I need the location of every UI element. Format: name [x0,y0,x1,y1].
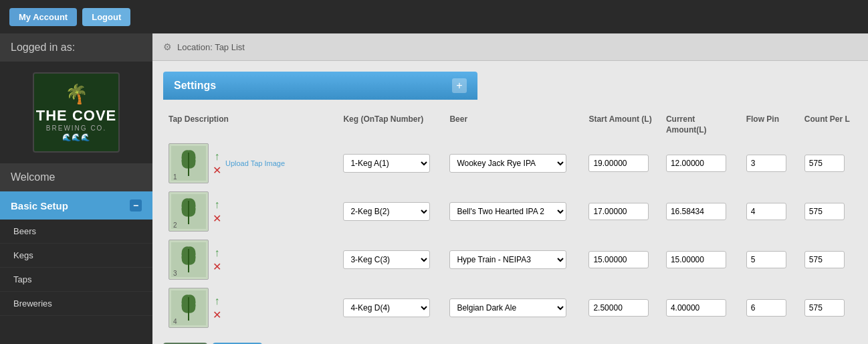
beer-select[interactable]: Bell's Two Hearted IPA 2 [449,202,566,221]
tap-description-cell: 3 ↑✕ [163,236,338,284]
breadcrumb: ⚙ Location: Tap List [152,33,868,61]
svg-text:3: 3 [173,270,177,277]
sidebar-item-beers[interactable]: Beers [0,220,152,244]
move-up-icon[interactable]: ↑ [215,295,220,307]
content-area: ⚙ Location: Tap List Settings + Tap Desc… [152,33,868,344]
keg-cell: 1-Keg A(1) [338,139,444,187]
beer-cell: Wookey Jack Rye IPA [444,139,583,187]
keg-cell: 3-Keg C(3) [338,236,444,284]
tap-table-container: Tap Description Keg (OnTap Number) Beer … [163,100,857,332]
col-header-tap: Tap Description [163,110,338,139]
delete-icon[interactable]: ✕ [213,260,221,273]
tap-description-cell: 4 ↑✕ [163,284,338,332]
keg-cell: 4-Keg D(4) [338,284,444,332]
basic-setup-menu[interactable]: Basic Setup − [0,191,152,220]
flow-pin-input[interactable] [746,299,786,317]
current-amount-input[interactable] [666,251,726,268]
sidebar-logo-area: 🌴 THE COVE BREWING CO. 🌊🌊🌊 [0,62,152,163]
keg-select[interactable]: 4-Keg D(4) [343,298,430,317]
col-header-keg: Keg (OnTap Number) [338,110,444,139]
logo-decoration: 🌊🌊🌊 [62,133,90,142]
tap-actions: ↑✕ [213,199,221,225]
beer-cell: Bell's Two Hearted IPA 2 [444,187,583,236]
start-amount-input[interactable] [588,155,649,172]
count-per-l-input[interactable] [804,155,845,172]
delete-icon[interactable]: ✕ [213,164,221,177]
beer-select[interactable]: Hype Train - NEIPA3 [449,250,566,269]
current-amount-cell [661,284,741,332]
tap-image-wrap: 3 [169,240,209,280]
beer-cell: Belgian Dark Ale [444,284,583,332]
collapse-icon[interactable]: − [130,199,142,211]
move-up-icon[interactable]: ↑ [215,199,220,211]
tap-actions: ↑✕ [213,247,221,273]
delete-icon[interactable]: ✕ [213,309,221,321]
sidebar-item-kegs[interactable]: Kegs [0,244,152,268]
delete-icon[interactable]: ✕ [213,212,221,225]
start-amount-cell [583,236,660,284]
flow-pin-cell [741,139,799,187]
welcome-text: Welcome [11,171,55,183]
logout-button[interactable]: Logout [82,8,130,26]
svg-text:2: 2 [173,222,177,229]
start-amount-cell [583,284,660,332]
current-amount-cell [661,236,741,284]
beer-select[interactable]: Belgian Dark Ale [449,298,566,317]
current-amount-input[interactable] [666,299,726,317]
current-amount-cell [661,139,741,187]
flow-pin-cell [741,284,799,332]
tap-image-wrap: 1 [169,143,209,183]
count-per-l-cell [799,139,857,187]
start-amount-cell [583,139,660,187]
my-account-button[interactable]: My Account [9,8,77,26]
brewery-logo: 🌴 THE COVE BREWING CO. 🌊🌊🌊 [33,72,120,153]
flow-pin-cell [741,187,799,236]
tap-cell-content: 2 ↑✕ [169,191,332,232]
settings-panel-header: Settings + [163,72,477,100]
main-content: Settings + Tap Description Keg (OnTap Nu… [152,61,868,344]
start-amount-input[interactable] [588,203,649,220]
location-icon: ⚙ [163,41,172,52]
tap-image: 2 [169,191,209,232]
count-per-l-input[interactable] [804,203,845,220]
current-amount-input[interactable] [666,155,726,172]
svg-text:1: 1 [173,173,177,181]
count-per-l-input[interactable] [804,251,845,268]
sidebar: Logged in as: 🌴 THE COVE BREWING CO. 🌊🌊🌊… [0,33,152,344]
breadcrumb-text: Location: Tap List [177,42,245,52]
flow-pin-input[interactable] [746,251,786,268]
keg-select[interactable]: 1-Keg A(1) [343,154,430,173]
col-header-start: Start Amount (L) [583,110,660,139]
logo-name: THE COVE [36,108,116,124]
flow-pin-input[interactable] [746,155,786,172]
count-per-l-cell [799,187,857,236]
sidebar-logged-in: Logged in as: [0,33,152,62]
start-amount-cell [583,187,660,236]
upload-tap-image-link[interactable]: Upload Tap Image [225,159,285,168]
tap-cell-content: 1 ↑✕Upload Tap Image [169,143,332,183]
keg-cell: 2-Keg B(2) [338,187,444,236]
sidebar-item-taps[interactable]: Taps [0,268,152,292]
tap-table: Tap Description Keg (OnTap Number) Beer … [163,110,857,332]
current-amount-input[interactable] [666,203,726,220]
sidebar-item-breweries[interactable]: Breweries [0,292,152,316]
start-amount-input[interactable] [588,299,649,317]
table-row: 1 ↑✕Upload Tap Image1-Keg A(1)Wookey Jac… [163,139,857,187]
settings-add-button[interactable]: + [452,78,467,93]
count-per-l-cell [799,236,857,284]
move-up-icon[interactable]: ↑ [215,247,220,259]
keg-select[interactable]: 2-Keg B(2) [343,202,430,221]
logo-icon: 🌴 [65,83,88,105]
basic-setup-label: Basic Setup [11,200,68,211]
beer-select[interactable]: Wookey Jack Rye IPA [449,154,566,173]
table-row: 2 ↑✕2-Keg B(2)Bell's Two Hearted IPA 2 [163,187,857,236]
col-header-count: Count Per L [799,110,857,139]
flow-pin-cell [741,236,799,284]
start-amount-input[interactable] [588,251,649,268]
flow-pin-input[interactable] [746,203,786,220]
keg-select[interactable]: 3-Keg C(3) [343,250,430,269]
count-per-l-input[interactable] [804,299,845,317]
move-up-icon[interactable]: ↑ [215,151,220,163]
table-row: 4 ↑✕4-Keg D(4)Belgian Dark Ale [163,284,857,332]
logged-in-label: Logged in as: [11,41,75,53]
